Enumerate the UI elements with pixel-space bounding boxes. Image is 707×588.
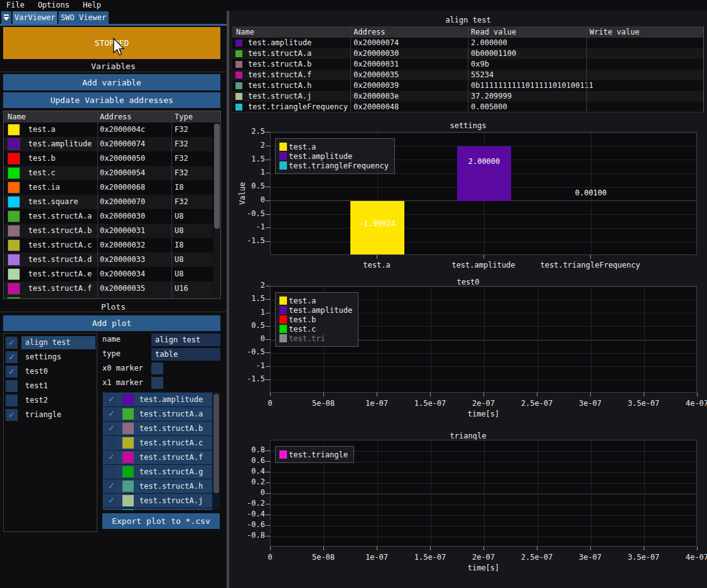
plot-visible-checkbox[interactable]: ✓ — [6, 351, 18, 363]
variable-type: F32 — [175, 139, 188, 148]
plot-variable-checkbox[interactable] — [105, 466, 117, 477]
x1-marker-checkbox[interactable] — [151, 377, 163, 389]
bar-test.amplitude[interactable] — [457, 146, 511, 201]
add-variable-button[interactable]: Add variable — [3, 74, 220, 90]
table-row[interactable]: test.structA.e0x20000034U8 — [4, 267, 213, 281]
plot-variable-checkbox[interactable]: ✓ — [105, 451, 117, 463]
plot-variable-checkbox[interactable]: ✓ — [105, 480, 117, 492]
menu-options[interactable]: Options — [38, 1, 70, 9]
export-csv-button[interactable]: Export plot to *.csv — [102, 513, 220, 529]
plot-variable-checkbox[interactable] — [105, 509, 117, 510]
legend-entry[interactable]: test.amplitude — [279, 151, 389, 161]
plot-variable-item[interactable]: ✓test.structA.a — [103, 407, 212, 421]
legend-swatch — [279, 297, 287, 305]
table-row[interactable]: test.structA.c0x20000032I8 — [4, 238, 213, 253]
plot-visible-checkbox[interactable] — [6, 380, 18, 392]
plot-variable-item[interactable]: ✓test.structA.f — [103, 450, 212, 464]
legend-entry[interactable]: test.tri — [279, 334, 352, 343]
plot-variable-item[interactable]: test.structA.c — [103, 436, 212, 450]
plot-variable-item[interactable]: ✓test.structA.b — [103, 422, 212, 435]
variables-table-scrollbar[interactable] — [213, 122, 220, 298]
variable-color-swatch[interactable] — [122, 481, 134, 492]
table-row[interactable]: test.amplitude0x20000074F32 — [4, 137, 213, 151]
plot-type-select[interactable]: table — [151, 348, 220, 361]
variable-name: test.structA.b — [28, 226, 92, 235]
tab-list-icon[interactable] — [1, 11, 11, 24]
plot-variable-checkbox[interactable]: ✓ — [105, 393, 117, 405]
plot-visible-checkbox[interactable]: ✓ — [6, 409, 18, 421]
variable-color-swatch[interactable] — [8, 182, 20, 193]
plot-variable-item[interactable]: test.structA.g — [103, 465, 212, 479]
plot-visible-checkbox[interactable]: ✓ — [6, 366, 18, 378]
variable-color-swatch[interactable] — [122, 423, 134, 434]
legend-entry[interactable]: test.b — [279, 315, 352, 324]
variable-color-swatch[interactable] — [122, 394, 134, 405]
plot-list-item[interactable]: ✓triangle — [4, 408, 97, 422]
variable-color-swatch[interactable] — [122, 495, 134, 506]
menu-file[interactable]: File — [6, 1, 24, 9]
variable-color-swatch[interactable] — [8, 268, 20, 280]
scrollbar-thumb[interactable] — [213, 394, 219, 493]
legend-entry[interactable]: test.a — [279, 296, 352, 305]
table-row[interactable]: test.square0x20000070F32 — [4, 195, 213, 209]
plot-list-item[interactable]: ✓align test — [4, 336, 97, 349]
plot-variable-checkbox[interactable]: ✓ — [105, 408, 117, 420]
table-row-partial[interactable] — [4, 296, 213, 299]
legend-entry[interactable]: test.amplitude — [279, 305, 352, 315]
plot-list-item[interactable]: test1 — [4, 379, 97, 393]
plot-visible-checkbox[interactable]: ✓ — [6, 337, 18, 349]
tab-swoviewer[interactable]: SWO Viewer — [58, 11, 109, 24]
table-row[interactable]: test.structA.b0x20000031U8 — [4, 224, 213, 238]
table-row[interactable]: test.structA.d0x20000033U8 — [4, 253, 213, 267]
chart-legend[interactable]: test.triangle — [275, 446, 354, 463]
legend-entry[interactable]: test.triangle — [279, 450, 348, 459]
variable-color-swatch[interactable] — [122, 466, 134, 477]
variable-color-swatch[interactable] — [8, 225, 20, 237]
add-plot-button[interactable]: Add plot — [3, 315, 220, 331]
variable-color-swatch[interactable] — [8, 196, 20, 208]
variable-color-swatch[interactable] — [8, 254, 20, 266]
variable-color-swatch[interactable] — [8, 297, 20, 299]
table-row[interactable]: test.a0x2000004cF32 — [4, 122, 213, 137]
legend-entry[interactable]: test.triangleFrequency — [279, 161, 389, 170]
plot-variable-item-partial[interactable] — [103, 508, 212, 510]
scrollbar-thumb[interactable] — [214, 124, 220, 229]
plot-variable-checkbox[interactable]: ✓ — [105, 494, 117, 506]
plot-variable-item[interactable]: ✓test.amplitude — [103, 393, 212, 406]
table-row[interactable]: test.c0x20000054F32 — [4, 166, 213, 180]
plot-variable-item[interactable]: ✓test.structA.h — [103, 479, 212, 493]
variable-color-swatch[interactable] — [8, 239, 20, 251]
variable-color-swatch[interactable] — [122, 408, 134, 420]
variable-color-swatch[interactable] — [8, 167, 20, 179]
tab-varviewer[interactable]: VarViewer — [13, 11, 57, 24]
legend-entry[interactable]: test.c — [279, 324, 352, 334]
variable-color-swatch[interactable] — [8, 283, 20, 295]
table-row[interactable]: test.structA.f0x20000035U16 — [4, 281, 213, 296]
chart-legend[interactable]: test.atest.amplitudetest.btest.ctest.tri — [275, 292, 359, 347]
plot-variables-scrollbar[interactable] — [213, 392, 220, 510]
x0-marker-checkbox[interactable] — [151, 362, 163, 374]
menu-help[interactable]: Help — [83, 1, 101, 9]
update-variable-addresses-button[interactable]: Update Variable addresses — [3, 92, 220, 108]
variable-color-swatch[interactable] — [122, 452, 134, 463]
variable-color-swatch[interactable] — [8, 210, 20, 222]
table-row[interactable]: test.structA.a0x20000030U8 — [4, 209, 213, 224]
plot-list-item[interactable]: test2 — [4, 394, 97, 407]
plot-name-input[interactable]: align test — [151, 334, 220, 346]
table-row[interactable]: test.ia0x20000068I8 — [4, 180, 213, 195]
plot-visible-checkbox[interactable] — [6, 395, 18, 406]
plot-variable-item[interactable]: ✓test.structA.j — [103, 494, 212, 508]
bar-value-label: 0.00100 — [553, 188, 629, 197]
variable-color-swatch[interactable] — [8, 138, 20, 150]
plot-variable-checkbox[interactable]: ✓ — [105, 422, 117, 434]
legend-entry[interactable]: test.a — [279, 142, 389, 151]
plot-variable-checkbox[interactable] — [105, 437, 117, 449]
table-row[interactable]: test.b0x20000050F32 — [4, 151, 213, 166]
variable-color-swatch[interactable] — [122, 509, 134, 510]
plot-list-item[interactable]: ✓test0 — [4, 365, 97, 378]
plot-list-item[interactable]: ✓settings — [4, 351, 97, 364]
chart-legend[interactable]: test.atest.amplitudetest.triangleFrequen… — [275, 138, 395, 174]
variable-color-swatch[interactable] — [8, 153, 20, 165]
variable-color-swatch[interactable] — [122, 437, 134, 449]
variable-color-swatch[interactable] — [8, 124, 20, 136]
